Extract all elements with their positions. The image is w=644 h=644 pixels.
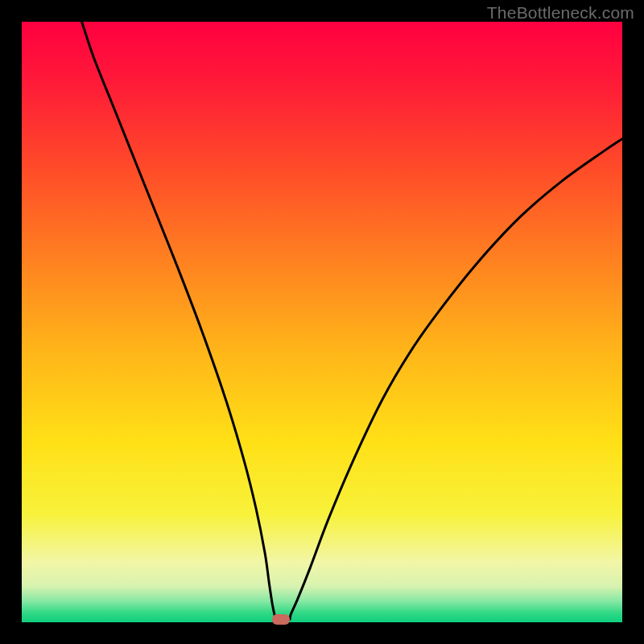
plot-svg [22,22,622,622]
optimum-marker [272,614,290,625]
gradient-background [22,22,622,622]
plot-area [22,22,622,622]
watermark-text: TheBottleneck.com [487,3,634,23]
chart-frame: TheBottleneck.com [0,0,644,644]
